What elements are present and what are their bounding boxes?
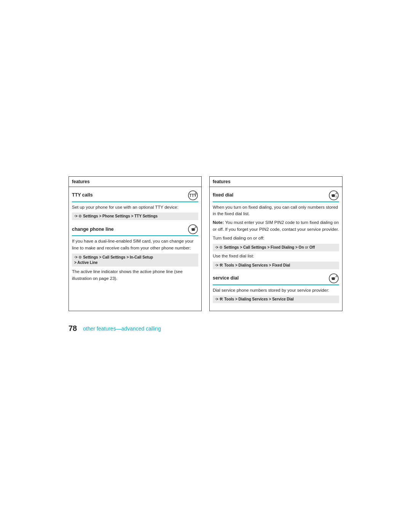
page-footer: 78 other features—advanced calling (68, 324, 161, 333)
tty-text1: Set up your phone for use with an option… (72, 204, 198, 211)
tty-calls-section: TTY calls TTY A Set up your phone for us… (72, 190, 198, 220)
phone-line-nav1: ·> ⚙ Settings > Call Settings > In-Call … (72, 254, 198, 267)
fixed-dial-title: fixed dial (213, 192, 233, 199)
right-table-header: features (210, 177, 342, 187)
right-table-body: fixed dial ☎ A 0 When you turn on fixe (210, 187, 342, 311)
fixed-dial-nav2: ·> 🛠 Tools > Dialing Services > Fixed Di… (213, 262, 339, 269)
svg-text:☎: ☎ (331, 194, 335, 198)
fixed-dial-section: fixed dial ☎ A 0 When you turn on fixe (213, 190, 339, 269)
svg-text:☎: ☎ (331, 277, 335, 281)
tables-row: features TTY calls TTY A (68, 176, 342, 312)
fixed-dial-nav1: ·> ⚙ Settings > Call Settings > Fixed Di… (213, 244, 339, 251)
fixed-dial-text2: Turn fixed dialing on or off: (213, 235, 339, 242)
phone-line-text2: The active line indicator shows the acti… (72, 268, 198, 282)
service-dial-nav1: ·> 🛠 Tools > Dialing Services > Service … (213, 296, 339, 303)
tty-calls-title-row: TTY calls TTY A (72, 190, 198, 202)
note-label: Note: (213, 220, 224, 225)
phone-line-text1: If you have a dual-line-enabled SIM card… (72, 238, 198, 252)
left-table-header: features (69, 177, 201, 187)
change-phone-line-title-row: change phone line ☎ A (72, 224, 198, 236)
change-phone-line-section: change phone line ☎ A If you have a dual… (72, 224, 198, 282)
fixed-dial-note: Note: You must enter your SIM PIN2 code … (213, 219, 339, 233)
fixed-dial-text1: When you turn on fixed dialing, you can … (213, 204, 339, 218)
service-dial-title: service dial (213, 275, 239, 282)
fixed-dial-icon: ☎ A 0 (328, 190, 339, 201)
change-phone-line-title: change phone line (72, 226, 114, 233)
note-text: You must enter your SIM PIN2 code to tur… (213, 220, 339, 232)
service-dial-section: service dial ☎ A Dial service phone numb… (213, 273, 339, 304)
left-feature-table: features TTY calls TTY A (68, 176, 202, 312)
left-table-body: TTY calls TTY A Set up your phone for us… (69, 187, 201, 290)
fixed-dial-text3: Use the fixed dial list: (213, 253, 339, 260)
svg-text:A: A (335, 275, 338, 278)
content-area: features TTY calls TTY A (68, 176, 342, 333)
tty-calls-title: TTY calls (72, 192, 93, 199)
tty-nav1: ·> ⚙ Settings > Phone Settings > TTY Set… (72, 212, 198, 220)
phone-line-icon: ☎ A (188, 224, 198, 235)
service-dial-text1: Dial service phone numbers stored by you… (213, 287, 339, 294)
svg-text:A: A (194, 192, 197, 195)
page-number: 78 (68, 324, 77, 333)
footer-text: other features—advanced calling (83, 326, 161, 332)
svg-text:A: A (194, 225, 197, 229)
svg-text:A: A (335, 192, 338, 195)
service-dial-title-row: service dial ☎ A (213, 273, 339, 285)
tty-icon: TTY A (188, 190, 198, 201)
fixed-dial-title-row: fixed dial ☎ A 0 (213, 190, 339, 202)
svg-text:0: 0 (336, 195, 337, 198)
right-feature-table: features fixed dial ☎ A 0 (209, 176, 342, 312)
page-container: features TTY calls TTY A (0, 0, 411, 532)
service-dial-icon: ☎ A (328, 273, 339, 284)
